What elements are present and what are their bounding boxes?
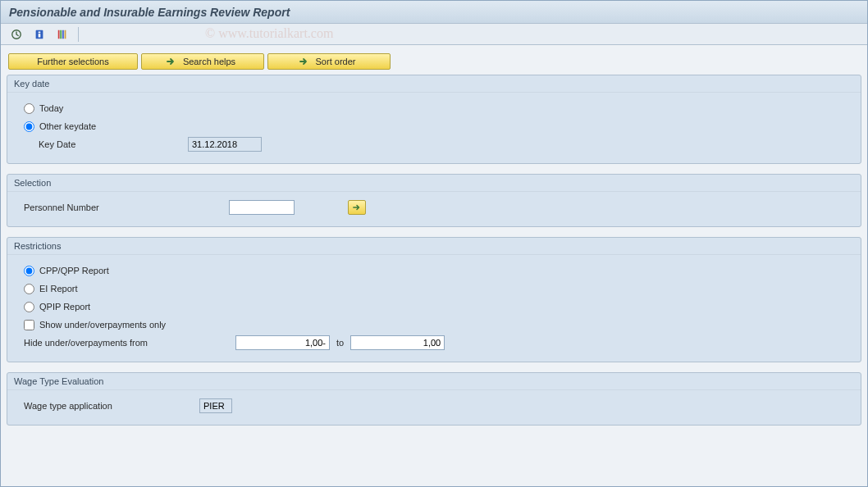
- group-title: Key date: [7, 75, 861, 93]
- ei-radio[interactable]: [24, 284, 34, 294]
- wage-type-app-field[interactable]: [199, 398, 232, 413]
- today-radio-label[interactable]: Today: [24, 103, 63, 114]
- wagetype-group: Wage Type Evaluation Wage type applicati…: [7, 372, 861, 426]
- ei-radio-label[interactable]: EI Report: [24, 284, 77, 294]
- variant-button[interactable]: [53, 26, 71, 43]
- content-area: © www.tutorialkart.com Further selection…: [1, 45, 867, 486]
- group-title: Selection: [7, 175, 861, 192]
- personnel-number-field[interactable]: [229, 200, 295, 215]
- sort-order-button[interactable]: Sort order: [267, 53, 391, 70]
- svg-rect-5: [60, 30, 62, 39]
- hide-from-field[interactable]: [235, 335, 330, 350]
- group-title: Wage Type Evaluation: [7, 373, 861, 390]
- selection-group: Selection Personnel Number: [7, 174, 861, 227]
- cpp-radio-label[interactable]: CPP/QPP Report: [24, 266, 109, 276]
- toolbar-separator: [78, 27, 79, 42]
- further-selections-button[interactable]: Further selections: [8, 53, 138, 70]
- selection-button-row: Further selections Search helps Sort ord…: [7, 53, 861, 70]
- radio-text: Other keydate: [39, 121, 96, 131]
- search-helps-button[interactable]: Search helps: [141, 53, 264, 70]
- group-title: Restrictions: [7, 238, 861, 255]
- hide-to-field[interactable]: [350, 335, 445, 350]
- restrictions-group: Restrictions CPP/QPP Report EI Report QP…: [7, 237, 861, 362]
- cpp-radio[interactable]: [24, 266, 34, 276]
- other-keydate-radio-label[interactable]: Other keydate: [24, 121, 96, 132]
- info-button[interactable]: [30, 26, 48, 43]
- info-icon: [34, 29, 45, 40]
- keydate-group: Key date Today Other keydate Key Date: [7, 75, 861, 164]
- arrow-right-icon: [352, 203, 362, 212]
- keydate-label: Key Date: [24, 139, 188, 149]
- hide-overunder-label: Hide under/overpayments from: [24, 338, 235, 348]
- radio-text: CPP/QPP Report: [39, 266, 109, 275]
- svg-rect-4: [58, 30, 60, 39]
- to-label: to: [336, 338, 344, 348]
- svg-rect-3: [39, 34, 41, 37]
- show-overunder-checkbox[interactable]: [24, 320, 34, 330]
- multiple-selection-button[interactable]: [348, 200, 366, 215]
- arrow-right-icon: [165, 56, 176, 67]
- check-text: Show under/overpayments only: [39, 320, 166, 330]
- app-window: Pensionable and Insurable Earnings Revie…: [0, 0, 868, 487]
- svg-rect-2: [39, 31, 41, 33]
- clock-execute-icon: [11, 29, 22, 40]
- app-toolbar: [1, 24, 867, 45]
- arrow-right-icon: [298, 56, 309, 67]
- svg-rect-6: [62, 30, 64, 39]
- page-title: Pensionable and Insurable Earnings Revie…: [1, 1, 867, 24]
- svg-rect-7: [65, 30, 66, 39]
- qpip-radio[interactable]: [24, 302, 34, 312]
- today-radio[interactable]: [24, 103, 34, 114]
- radio-text: EI Report: [39, 284, 77, 294]
- show-overunder-check-label[interactable]: Show under/overpayments only: [24, 320, 166, 330]
- qpip-radio-label[interactable]: QPIP Report: [24, 302, 90, 312]
- radio-text: Today: [39, 103, 63, 113]
- button-label: Search helps: [183, 57, 235, 66]
- personnel-number-label: Personnel Number: [24, 203, 229, 212]
- button-label: Further selections: [37, 57, 108, 66]
- wage-type-app-label: Wage type application: [24, 401, 199, 411]
- keydate-field[interactable]: [188, 137, 262, 152]
- variant-icon: [57, 29, 68, 40]
- radio-text: QPIP Report: [39, 302, 90, 312]
- other-keydate-radio[interactable]: [24, 121, 34, 132]
- button-label: Sort order: [316, 57, 356, 66]
- execute-button[interactable]: [7, 26, 25, 43]
